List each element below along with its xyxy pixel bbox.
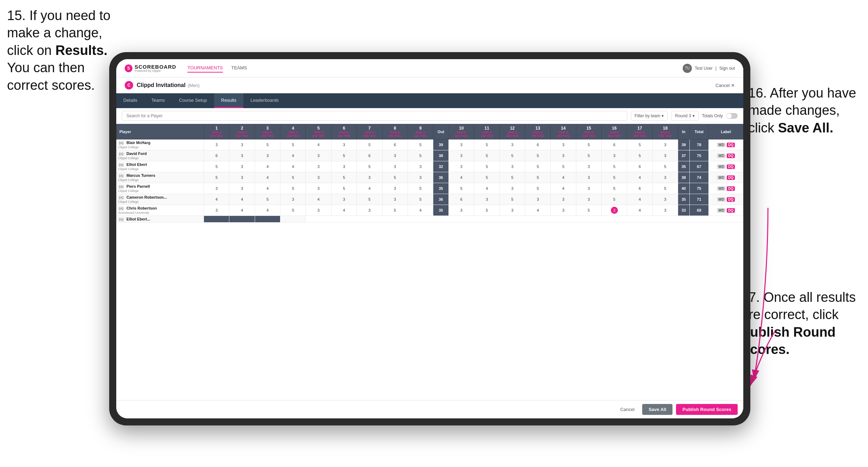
score-front-5[interactable]: 3	[306, 161, 331, 172]
score-back-14[interactable]: 5	[551, 161, 576, 172]
score-front-5[interactable]: 3	[306, 205, 331, 216]
score-back-17[interactable]: 4	[627, 194, 652, 205]
dq-badge[interactable]: DQ	[727, 164, 735, 169]
score-front-2[interactable]: 3	[229, 172, 255, 183]
publish-round-scores-button[interactable]: Publish Round Scores	[676, 404, 738, 415]
score-front-3[interactable]: 5	[255, 194, 280, 205]
score-back-15[interactable]: 3	[576, 194, 601, 205]
score-front-6[interactable]: 4	[331, 205, 356, 216]
dq-badge[interactable]: DQ	[727, 143, 735, 147]
score-front-8[interactable]: 3	[382, 183, 408, 194]
score-front-6[interactable]: 3	[331, 194, 356, 205]
score-front-7[interactable]: 6	[357, 150, 382, 161]
tab-details[interactable]: Details	[116, 93, 144, 108]
score-back-13[interactable]: 5	[525, 172, 551, 183]
score-back-13[interactable]: 5	[525, 150, 551, 161]
score-back-10[interactable]: 3	[448, 205, 474, 216]
score-back-11[interactable]: 5	[474, 139, 500, 150]
score-back-11[interactable]: 3	[474, 194, 500, 205]
score-back-15[interactable]: 3	[576, 183, 601, 194]
score-front-2[interactable]: 4	[229, 205, 255, 216]
score-front-7[interactable]: 3	[357, 172, 382, 183]
score-back-18[interactable]: 3	[652, 172, 678, 183]
score-back-18[interactable]: 5	[652, 183, 678, 194]
sign-out-link[interactable]: Sign out	[719, 66, 735, 71]
wd-badge[interactable]: WD	[717, 186, 726, 191]
score-back-12[interactable]: 3	[500, 161, 525, 172]
score-back-16[interactable]: 5	[602, 172, 627, 183]
score-back-16[interactable]: 3	[602, 150, 627, 161]
score-front-9[interactable]: 5	[408, 139, 433, 150]
score-front-5[interactable]: 3	[306, 183, 331, 194]
score-back-10[interactable]: 5	[448, 183, 474, 194]
score-front-7[interactable]: 5	[357, 139, 382, 150]
score-back-17[interactable]: 4	[627, 172, 652, 183]
score-back-14[interactable]: 3	[551, 205, 576, 216]
score-front-2[interactable]: 3	[229, 161, 255, 172]
score-back-13[interactable]: 3	[525, 194, 551, 205]
tab-course-setup[interactable]: Course Setup	[172, 93, 214, 108]
score-back-15[interactable]: 5	[576, 139, 601, 150]
score-front-3[interactable]: 3	[255, 150, 280, 161]
score-back-15[interactable]: 3	[576, 161, 601, 172]
wd-badge[interactable]: WD	[717, 175, 726, 180]
round-selector-button[interactable]: Round 3 ▾	[671, 111, 698, 121]
filter-by-team-button[interactable]: Filter by team ▾	[631, 111, 668, 121]
dq-badge[interactable]: DQ	[727, 208, 735, 213]
score-front-2[interactable]: 4	[229, 194, 255, 205]
score-back-17[interactable]: 6	[627, 183, 652, 194]
search-input[interactable]	[122, 111, 627, 121]
wd-badge[interactable]: WD	[717, 164, 726, 169]
score-back-18[interactable]: 5	[652, 161, 678, 172]
save-all-button[interactable]: Save All	[642, 404, 672, 415]
score-front-9[interactable]: 3	[408, 172, 433, 183]
dq-badge[interactable]: DQ	[727, 197, 735, 202]
score-back-15[interactable]: 5	[576, 150, 601, 161]
nav-teams[interactable]: TEAMS	[231, 64, 247, 73]
dq-badge[interactable]: DQ	[727, 154, 735, 158]
wd-badge[interactable]: WD	[717, 197, 726, 202]
score-back-15[interactable]: 3	[576, 172, 601, 183]
nav-tournaments[interactable]: TOURNAMENTS	[187, 64, 223, 73]
wd-badge[interactable]: WD	[717, 143, 726, 147]
score-front-2[interactable]: 3	[229, 150, 255, 161]
score-front-7[interactable]: 5	[357, 194, 382, 205]
score-front-5[interactable]: 3	[306, 172, 331, 183]
score-front-3[interactable]: 4	[255, 205, 280, 216]
score-front-8[interactable]: 3	[382, 150, 408, 161]
score-back-14[interactable]: 3	[551, 150, 576, 161]
score-back-13[interactable]: 5	[525, 161, 551, 172]
score-front-4[interactable]: 4	[280, 161, 306, 172]
score-back-11[interactable]: 5	[474, 161, 500, 172]
score-back-18[interactable]: 3	[652, 150, 678, 161]
score-back-13[interactable]: 6	[525, 139, 551, 150]
score-front-4[interactable]: 5	[280, 172, 306, 183]
score-back-12[interactable]: 5	[500, 150, 525, 161]
score-front-3[interactable]: 5	[255, 139, 280, 150]
score-front-8[interactable]: 5	[382, 205, 408, 216]
score-front-5[interactable]: 4	[306, 139, 331, 150]
score-front-2[interactable]: 3	[229, 139, 255, 150]
score-front-7[interactable]: 5	[357, 161, 382, 172]
score-front-6[interactable]: 3	[331, 161, 356, 172]
wd-badge[interactable]: WD	[717, 154, 726, 158]
score-back-16[interactable]: 6	[602, 139, 627, 150]
score-front-5[interactable]: 4	[306, 194, 331, 205]
score-front-4[interactable]: 5	[280, 183, 306, 194]
totals-only-toggle[interactable]	[726, 113, 738, 119]
score-back-18[interactable]: 3	[652, 205, 678, 216]
score-front-3[interactable]: 4	[255, 172, 280, 183]
score-back-10[interactable]: 3	[448, 161, 474, 172]
score-back-14[interactable]: 4	[551, 183, 576, 194]
score-back-16[interactable]: 5	[602, 161, 627, 172]
score-back-10[interactable]: 3	[448, 139, 474, 150]
score-back-17[interactable]: 5	[627, 150, 652, 161]
score-back-10[interactable]: 3	[448, 150, 474, 161]
score-front-1[interactable]: 5	[204, 172, 229, 183]
score-front-8[interactable]: 3	[382, 161, 408, 172]
score-front-1[interactable]: 6	[204, 150, 229, 161]
score-back-11[interactable]: 5	[474, 150, 500, 161]
score-front-4[interactable]: 4	[280, 150, 306, 161]
score-front-1[interactable]: 3	[204, 139, 229, 150]
score-back-14[interactable]: 4	[551, 172, 576, 183]
